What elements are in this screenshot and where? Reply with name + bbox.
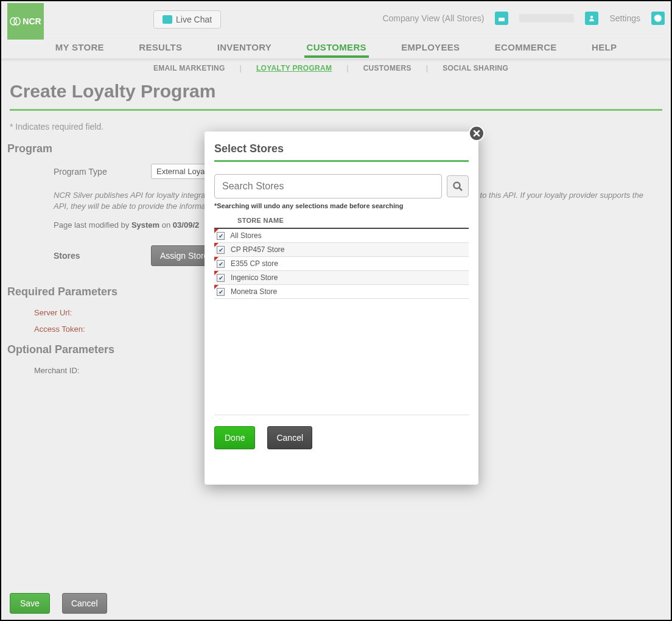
last-mod-user: System bbox=[131, 220, 159, 230]
modal-action-buttons: Done Cancel bbox=[214, 426, 469, 449]
stores-label: Stores bbox=[54, 251, 121, 261]
top-bar: NCR Live Chat Company View (All Stores) … bbox=[1, 1, 671, 35]
modal-title: Select Stores bbox=[214, 142, 469, 160]
page-title: Create Loyalty Program bbox=[1, 76, 671, 109]
subnav-separator: | bbox=[346, 64, 348, 72]
store-row[interactable]: ✔ Monetra Store bbox=[214, 285, 469, 299]
live-chat-button[interactable]: Live Chat bbox=[153, 10, 221, 29]
store-row[interactable]: ✔ Ingenico Store bbox=[214, 271, 469, 285]
store-checkbox[interactable]: ✔ bbox=[217, 260, 225, 268]
store-name: Ingenico Store bbox=[231, 273, 278, 282]
svg-line-7 bbox=[460, 188, 463, 191]
main-nav: MY STORE RESULTS INVENTORY CUSTOMERS EMP… bbox=[1, 35, 671, 59]
modal-cancel-button[interactable]: Cancel bbox=[267, 426, 312, 449]
user-icon[interactable] bbox=[585, 12, 598, 25]
store-checkbox[interactable]: ✔ bbox=[217, 274, 225, 282]
modal-close-button[interactable] bbox=[469, 125, 485, 141]
svg-point-0 bbox=[10, 18, 16, 25]
settings-link[interactable]: Settings bbox=[609, 13, 640, 23]
nav-help[interactable]: HELP bbox=[589, 36, 619, 58]
store-checkbox[interactable]: ✔ bbox=[217, 246, 225, 254]
modal-done-button[interactable]: Done bbox=[214, 426, 255, 449]
store-name: Monetra Store bbox=[231, 287, 277, 296]
store-checkbox[interactable]: ✔ bbox=[217, 232, 225, 240]
nav-employees[interactable]: EMPLOYEES bbox=[399, 36, 462, 58]
subnav-email-marketing[interactable]: EMAIL MARKETING bbox=[153, 64, 225, 72]
close-icon bbox=[473, 130, 480, 137]
svg-point-4 bbox=[590, 15, 593, 18]
search-warning-note: *Searching will undo any selections made… bbox=[214, 202, 469, 209]
store-row[interactable]: ✔ E355 CP store bbox=[214, 257, 469, 271]
svg-rect-3 bbox=[499, 15, 505, 18]
nav-ecommerce[interactable]: ECOMMERCE bbox=[492, 36, 559, 58]
store-name-header: STORE NAME bbox=[214, 213, 469, 228]
last-mod-on: on bbox=[159, 220, 173, 230]
store-icon[interactable] bbox=[495, 12, 508, 25]
title-underline bbox=[10, 109, 662, 111]
search-icon bbox=[452, 181, 463, 192]
store-name: All Stores bbox=[230, 231, 261, 240]
save-button[interactable]: Save bbox=[10, 593, 50, 614]
store-search-input[interactable] bbox=[214, 174, 442, 198]
chat-icon bbox=[163, 15, 172, 24]
user-name-redacted bbox=[519, 14, 574, 23]
ncr-logo-icon bbox=[10, 17, 21, 26]
subnav-separator: | bbox=[240, 64, 242, 72]
subnav-separator: | bbox=[426, 64, 428, 72]
store-checkbox[interactable]: ✔ bbox=[217, 288, 225, 296]
store-row[interactable]: ✔ All Stores bbox=[214, 228, 469, 243]
svg-point-1 bbox=[14, 18, 20, 25]
cancel-button[interactable]: Cancel bbox=[62, 593, 107, 614]
store-table: STORE NAME ✔ All Stores ✔ CP RP457 Store… bbox=[214, 213, 469, 299]
gear-icon[interactable] bbox=[651, 12, 665, 25]
store-name: CP RP457 Store bbox=[231, 245, 285, 254]
svg-point-6 bbox=[454, 183, 460, 189]
bottom-action-bar: Save Cancel bbox=[10, 593, 107, 614]
brand-text: NCR bbox=[23, 16, 41, 26]
last-mod-date: 03/09/2 bbox=[173, 220, 199, 230]
modal-separator bbox=[214, 415, 469, 415]
program-type-label: Program Type bbox=[54, 167, 121, 177]
store-name: E355 CP store bbox=[231, 259, 278, 268]
nav-customers[interactable]: CUSTOMERS bbox=[304, 36, 369, 58]
store-search-row bbox=[214, 174, 469, 198]
subnav-loyalty-program[interactable]: LOYALTY PROGRAM bbox=[256, 64, 332, 72]
modal-title-underline bbox=[214, 160, 469, 162]
nav-my-store[interactable]: MY STORE bbox=[53, 36, 107, 58]
company-view-label[interactable]: Company View (All Stores) bbox=[382, 13, 484, 23]
subnav-customers[interactable]: CUSTOMERS bbox=[363, 64, 411, 72]
top-right-controls: Company View (All Stores) Settings bbox=[382, 12, 665, 25]
last-mod-prefix: Page last modified by bbox=[54, 220, 131, 230]
brand-logo: NCR bbox=[7, 3, 44, 40]
subnav-social-sharing[interactable]: SOCIAL SHARING bbox=[443, 64, 508, 72]
store-search-button[interactable] bbox=[447, 175, 469, 197]
nav-results[interactable]: RESULTS bbox=[136, 36, 184, 58]
sub-nav: EMAIL MARKETING | LOYALTY PROGRAM | CUST… bbox=[1, 59, 671, 76]
store-row[interactable]: ✔ CP RP457 Store bbox=[214, 243, 469, 257]
select-stores-modal: Select Stores *Searching will undo any s… bbox=[205, 132, 478, 485]
live-chat-label: Live Chat bbox=[176, 15, 212, 24]
nav-inventory[interactable]: INVENTORY bbox=[215, 36, 274, 58]
